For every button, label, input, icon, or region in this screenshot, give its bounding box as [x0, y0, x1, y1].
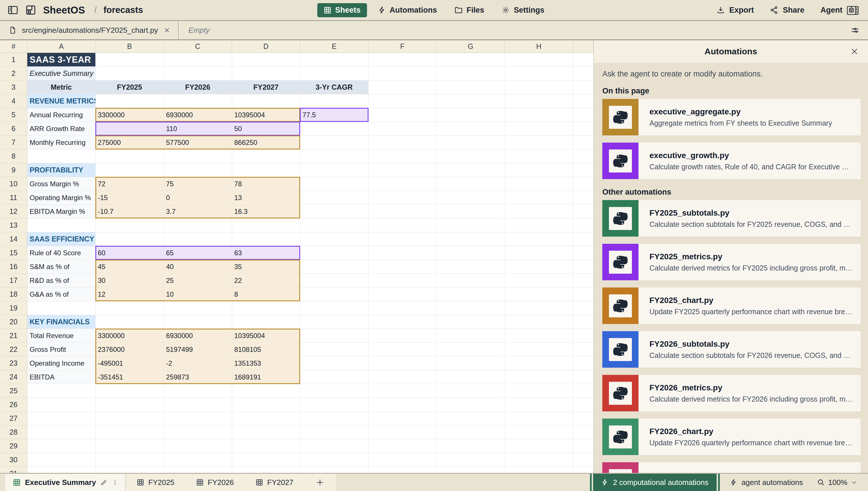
- cell-H12[interactable]: [505, 205, 573, 219]
- row-header-9[interactable]: 9: [0, 163, 27, 177]
- empty-editor-tab[interactable]: Empty: [179, 26, 210, 35]
- cell-H17[interactable]: [505, 274, 573, 287]
- cell-H26[interactable]: [505, 398, 573, 412]
- cell-H7[interactable]: [505, 136, 573, 149]
- cell-D16[interactable]: 35: [232, 260, 301, 274]
- cell-G22[interactable]: [437, 343, 505, 356]
- row-header-4[interactable]: 4: [0, 94, 27, 108]
- automation-card-FY2025_chart-py[interactable]: FY2025_chart.pyUpdate FY2025 quarterly p…: [602, 287, 861, 324]
- automation-card-executive_growth-py[interactable]: executive_growth.pyCalculate growth rate…: [602, 143, 861, 179]
- cell-E27[interactable]: [300, 412, 369, 426]
- cell-G9[interactable]: [437, 163, 505, 177]
- cell-B23[interactable]: -495001: [96, 356, 164, 370]
- cell-B20[interactable]: [96, 315, 164, 329]
- row-header-28[interactable]: 28: [0, 426, 27, 439]
- cell-E5[interactable]: 77.5: [300, 108, 369, 122]
- cell-B10[interactable]: 72: [96, 177, 164, 191]
- zoom-control[interactable]: 100%: [812, 474, 868, 491]
- cell-D8[interactable]: [232, 149, 301, 163]
- cell-A29[interactable]: [27, 439, 96, 453]
- row-header-16[interactable]: 16: [0, 260, 27, 274]
- cell-D3[interactable]: FY2027: [232, 81, 301, 94]
- cell-A25[interactable]: [27, 384, 96, 398]
- cell-E19[interactable]: [300, 301, 369, 315]
- row-header-15[interactable]: 15: [0, 246, 27, 260]
- cell-E18[interactable]: [300, 287, 369, 301]
- cell-C7[interactable]: 577500: [164, 136, 232, 149]
- row-header-17[interactable]: 17: [0, 274, 27, 287]
- cell-E10[interactable]: [300, 177, 369, 191]
- cell-A10[interactable]: Gross Margin %: [27, 177, 96, 191]
- cell-A13[interactable]: [27, 219, 96, 232]
- cell-G2[interactable]: [437, 67, 505, 81]
- row-header-27[interactable]: 27: [0, 412, 27, 426]
- cell-C30[interactable]: [164, 453, 232, 467]
- cell-G8[interactable]: [437, 149, 505, 163]
- cell-G28[interactable]: [437, 426, 505, 439]
- cell-E14[interactable]: [300, 232, 369, 246]
- cell-G7[interactable]: [437, 136, 505, 149]
- cell-A7[interactable]: Monthly Recurring: [27, 136, 96, 149]
- cell-F2[interactable]: [369, 67, 437, 81]
- cell-A11[interactable]: Operating Margin %: [27, 191, 96, 205]
- cell-H23[interactable]: [505, 356, 573, 370]
- cell-C21[interactable]: 6930000: [164, 329, 232, 343]
- cell-G6[interactable]: [437, 122, 505, 136]
- cell-G4[interactable]: [437, 94, 505, 108]
- cell-D1[interactable]: [232, 53, 301, 67]
- row-header-8[interactable]: 8: [0, 149, 27, 163]
- cell-F11[interactable]: [369, 191, 437, 205]
- automation-card-executive_aggregate-py[interactable]: executive_aggregate.pyAggregate metrics …: [602, 99, 861, 136]
- cell-H13[interactable]: [505, 219, 573, 232]
- cell-C9[interactable]: [164, 163, 232, 177]
- cell-H19[interactable]: [505, 301, 573, 315]
- cell-G19[interactable]: [437, 301, 505, 315]
- cell-A18[interactable]: G&A as % of: [27, 287, 96, 301]
- cell-G10[interactable]: [437, 177, 505, 191]
- cell-D30[interactable]: [232, 453, 301, 467]
- row-header-14[interactable]: 14: [0, 232, 27, 246]
- row-header-23[interactable]: 23: [0, 356, 27, 370]
- cell-H10[interactable]: [505, 177, 573, 191]
- separator-grip[interactable]: [718, 474, 720, 491]
- cell-D25[interactable]: [232, 384, 301, 398]
- cell-F15[interactable]: [369, 246, 437, 260]
- cell-F10[interactable]: [369, 177, 437, 191]
- cell-B29[interactable]: [96, 439, 164, 453]
- add-sheet-button[interactable]: [304, 474, 336, 491]
- cell-H8[interactable]: [505, 149, 573, 163]
- cell-H31[interactable]: [505, 467, 573, 473]
- cell-H9[interactable]: [505, 163, 573, 177]
- row-header-19[interactable]: 19: [0, 301, 27, 315]
- cell-E20[interactable]: [300, 315, 369, 329]
- cell-H21[interactable]: [505, 329, 573, 343]
- cell-D9[interactable]: [232, 163, 301, 177]
- cell-A20[interactable]: KEY FINANCIALS: [27, 315, 96, 329]
- cell-A3[interactable]: Metric: [27, 81, 96, 94]
- cell-B2[interactable]: [96, 67, 164, 81]
- row-header-21[interactable]: 21: [0, 329, 27, 343]
- cell-H16[interactable]: [505, 260, 573, 274]
- cell-G5[interactable]: [437, 108, 505, 122]
- cell-D13[interactable]: [232, 219, 301, 232]
- cell-F8[interactable]: [369, 149, 437, 163]
- cell-C5[interactable]: 6930000: [164, 108, 232, 122]
- column-header-E[interactable]: E: [300, 40, 369, 53]
- cell-A23[interactable]: Operating Income: [27, 356, 96, 370]
- cell-H6[interactable]: [505, 122, 573, 136]
- cell-H22[interactable]: [505, 343, 573, 356]
- cell-G30[interactable]: [437, 453, 505, 467]
- cell-H4[interactable]: [505, 94, 573, 108]
- cell-H28[interactable]: [505, 426, 573, 439]
- cell-B24[interactable]: -351451: [96, 370, 164, 384]
- cell-A19[interactable]: [27, 301, 96, 315]
- cell-B30[interactable]: [96, 453, 164, 467]
- cell-F24[interactable]: [369, 370, 437, 384]
- cell-A4[interactable]: REVENUE METRICS: [27, 94, 96, 108]
- cell-D20[interactable]: [232, 315, 301, 329]
- cell-C24[interactable]: 259873: [164, 370, 232, 384]
- cell-E16[interactable]: [300, 260, 369, 274]
- cell-H5[interactable]: [505, 108, 573, 122]
- row-header-5[interactable]: 5: [0, 108, 27, 122]
- cell-G12[interactable]: [437, 205, 505, 219]
